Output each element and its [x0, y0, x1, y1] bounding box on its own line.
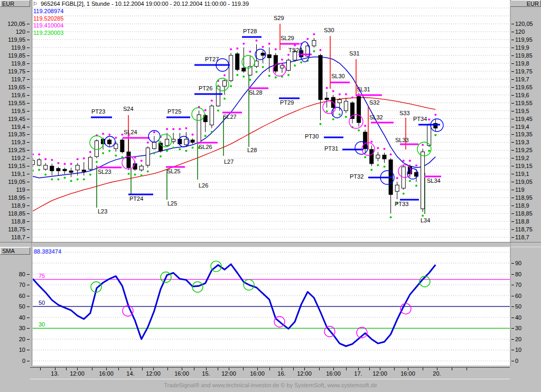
axis-tick — [27, 174, 30, 174]
legend-value: 119.208974 — [33, 8, 63, 15]
price-tick-label: 118,9 — [11, 202, 25, 209]
axis-tick — [511, 87, 514, 88]
axis-tick — [27, 150, 30, 151]
axis-tick — [511, 79, 514, 80]
price-tick-label: 119,45 — [515, 116, 533, 122]
time-axis-minor-tick — [218, 368, 218, 370]
indicator-tick-label: 50 — [19, 303, 25, 310]
time-axis-minor-tick — [293, 368, 294, 370]
price-tick-label: 118,7 — [11, 234, 25, 240]
axis-tick — [511, 190, 514, 190]
axis-tick — [511, 339, 514, 340]
axis-tick — [511, 150, 514, 151]
price-tick-label: 119,4 — [515, 124, 529, 130]
time-axis-tick — [106, 368, 107, 370]
time-axis-tick — [408, 368, 408, 370]
indicator-axis-right[interactable]: 9080706050403020100 — [510, 247, 541, 366]
axis-tick — [511, 158, 514, 158]
time-axis-minor-tick — [452, 368, 452, 370]
axis-tick — [511, 285, 514, 285]
axis-separator-left — [31, 0, 32, 366]
price-tick-label: 119,6 — [515, 92, 529, 98]
axis-tick — [27, 24, 30, 24]
axis-tick — [511, 95, 514, 96]
time-axis-tick — [55, 368, 55, 370]
price-axis-left[interactable]: 120,05120119,95119,9119,85119,8119,75119… — [0, 0, 33, 242]
price-tick-label: 119,65 — [515, 84, 533, 90]
time-axis-minor-tick — [142, 368, 143, 370]
time-tick-label: 12:00 — [70, 370, 85, 377]
main-chart-plot[interactable] — [33, 0, 510, 242]
price-tick-label: 119,75 — [515, 68, 533, 74]
price-tick-label: 120,05 — [515, 21, 533, 27]
price-tick-label: 119,15 — [8, 163, 25, 169]
axis-tick — [27, 328, 30, 329]
indicator-tick-label: 80 — [19, 271, 25, 277]
panel-separator[interactable] — [0, 242, 541, 247]
indicator-tick-label: 10 — [515, 347, 521, 353]
price-tick-label: 119,55 — [515, 100, 533, 106]
price-tick-label: 119,05 — [515, 179, 533, 185]
time-tick-label: 20. — [433, 370, 441, 377]
axis-tick — [511, 127, 514, 127]
axis-tick — [511, 263, 514, 264]
axis-tick — [27, 198, 30, 198]
price-tick-label: 118,85 — [515, 210, 533, 217]
axis-tick — [511, 24, 514, 24]
time-axis-tick — [333, 368, 334, 370]
indicator-tick-label: 30 — [515, 325, 521, 331]
time-axis-minor-tick — [269, 368, 270, 370]
axis-tick — [27, 111, 30, 111]
indicator-header: SMA — [0, 247, 30, 255]
time-axis[interactable]: 13.12:0016:0014.12:0016:0015.12:0016:001… — [0, 367, 541, 379]
axis-tick — [511, 111, 514, 111]
price-tick-label: 119,9 — [515, 44, 529, 51]
axis-tick — [27, 306, 30, 307]
legend-value: 119.520285 — [33, 15, 63, 23]
axis-tick — [511, 213, 514, 214]
indicator-tick-label: 90 — [515, 260, 521, 266]
axis-tick — [27, 127, 30, 127]
axis-tick — [27, 190, 30, 190]
axis-tick — [27, 63, 30, 64]
axis-tick — [27, 71, 30, 72]
time-axis-minor-tick — [243, 368, 244, 370]
axis-tick — [511, 40, 514, 40]
time-axis-minor-tick — [467, 368, 467, 370]
price-tick-label: 119,2 — [515, 155, 529, 161]
axis-tick — [27, 158, 30, 158]
time-tick-label: 15. — [202, 370, 210, 377]
time-axis-tick — [153, 368, 154, 370]
axis-tick — [27, 134, 30, 135]
indicator-tick-label: 70 — [515, 282, 521, 288]
left-axis-header: EUR — [0, 0, 30, 7]
price-tick-label: 119,15 — [515, 163, 533, 169]
axis-tick — [27, 119, 30, 119]
indicator-plot[interactable] — [33, 247, 510, 366]
axis-tick — [27, 229, 30, 230]
price-tick-label: 119,65 — [8, 84, 25, 90]
indicator-tick-label: 30 — [19, 325, 25, 331]
price-tick-label: 119,8 — [11, 60, 25, 67]
price-tick-label: 118,9 — [515, 202, 529, 209]
axis-tick — [27, 296, 30, 296]
price-tick-label: 120 — [16, 29, 25, 35]
axis-tick — [511, 48, 514, 48]
time-axis-tick — [282, 368, 282, 370]
price-tick-label: 119,25 — [515, 147, 533, 153]
time-tick-label: 13. — [51, 370, 59, 377]
indicator-tick-label: 80 — [515, 271, 521, 277]
price-axis-right[interactable]: 120,05120119,95119,9119,85119,8119,75119… — [510, 0, 541, 242]
time-axis-minor-tick — [40, 368, 41, 370]
indicator-axis-left[interactable]: 80706050403020100 — [0, 247, 33, 366]
price-tick-label: 119,95 — [8, 36, 25, 43]
time-axis-minor-tick — [92, 368, 92, 370]
price-tick-label: 119,6 — [11, 92, 25, 98]
time-tick-label: 16:00 — [174, 370, 189, 377]
axis-tick — [27, 48, 30, 48]
price-tick-label: 119,3 — [515, 139, 529, 145]
axis-tick — [511, 328, 514, 329]
time-tick-label: 16:00 — [326, 370, 341, 377]
axis-tick — [27, 237, 30, 238]
indicator-tick-label: 20 — [19, 336, 25, 342]
